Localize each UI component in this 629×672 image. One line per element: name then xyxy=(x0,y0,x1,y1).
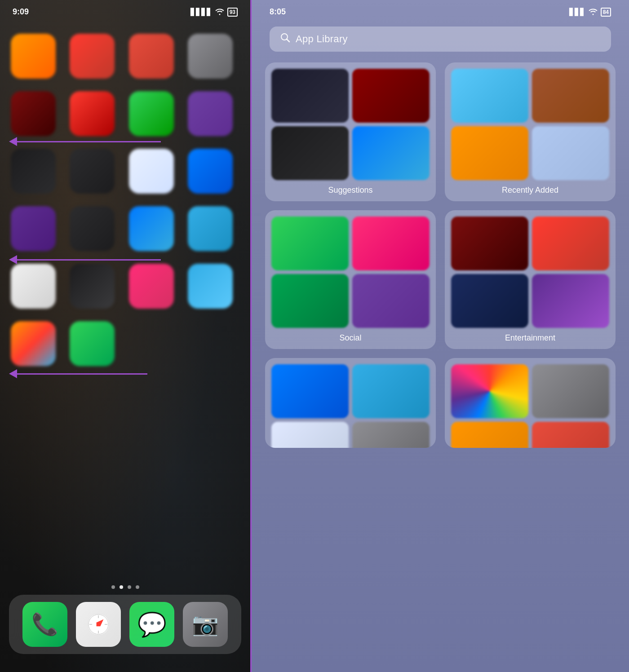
folder-app-icon xyxy=(352,69,430,123)
page-dot xyxy=(111,585,115,589)
folder-apps-suggestions xyxy=(271,69,430,180)
folder-app-icon xyxy=(271,217,349,270)
signal-icon: ▋▋▋▋ xyxy=(190,8,212,16)
app-library-search[interactable]: App Library xyxy=(270,27,611,52)
app-icon[interactable] xyxy=(70,264,115,309)
app-library-title: App Library xyxy=(296,33,348,45)
svg-line-9 xyxy=(287,39,289,42)
folder-app-icon xyxy=(532,126,609,180)
phone-glyph: 📞 xyxy=(31,612,58,637)
app-grid xyxy=(0,25,250,375)
folder-app-icon xyxy=(532,364,609,418)
right-panel: 8:05 ▋▋▋ 84 App Library xyxy=(252,0,629,672)
left-time: 9:09 xyxy=(13,7,29,17)
folder-label-suggestions: Suggestions xyxy=(271,186,430,195)
folder-app-icon xyxy=(352,217,430,270)
folder-app-icon xyxy=(271,274,349,328)
right-signal-icon: ▋▋▋ xyxy=(569,8,585,16)
folder-app-icon xyxy=(532,422,609,448)
app-icon[interactable] xyxy=(129,34,174,79)
folder-app-icon xyxy=(532,69,609,123)
folder-productivity[interactable]: Productivity xyxy=(445,358,616,448)
app-icon[interactable] xyxy=(188,206,233,251)
app-icon[interactable] xyxy=(11,149,56,194)
app-icon[interactable] xyxy=(129,149,174,194)
arrow-2 xyxy=(9,255,162,264)
messages-glyph: 💬 xyxy=(137,611,167,638)
app-icon[interactable] xyxy=(11,321,56,366)
folder-entertainment[interactable]: Entertainment xyxy=(445,210,616,349)
app-icon[interactable] xyxy=(70,321,115,366)
folder-suggestions[interactable]: Suggestions xyxy=(265,62,436,201)
arrow-line xyxy=(17,259,161,261)
arrow-line xyxy=(17,373,147,375)
app-icon[interactable] xyxy=(129,264,174,309)
arrow-head-icon xyxy=(9,369,17,378)
app-icon[interactable] xyxy=(70,34,115,79)
app-icon[interactable] xyxy=(129,91,174,136)
folder-app-icon xyxy=(271,126,349,180)
right-status-bar: 8:05 ▋▋▋ 84 xyxy=(252,0,629,20)
page-dot xyxy=(128,585,131,589)
folder-app-icon xyxy=(451,364,528,418)
folder-app-icon xyxy=(451,217,528,270)
arrow-3 xyxy=(9,369,148,378)
app-icon[interactable] xyxy=(70,91,115,136)
app-icon[interactable] xyxy=(129,206,174,251)
app-icon[interactable] xyxy=(188,264,233,309)
camera-glyph: 📷 xyxy=(192,612,219,637)
folder-recently-added[interactable]: Recently Added xyxy=(445,62,616,201)
left-panel: 9:09 ▋▋▋▋ 93 xyxy=(0,0,252,672)
arrow-head-icon xyxy=(9,255,17,264)
folder-app-icon xyxy=(352,126,430,180)
folder-app-icon xyxy=(451,126,528,180)
arrow-line xyxy=(17,141,161,142)
app-icon[interactable] xyxy=(11,264,56,309)
app-icon[interactable] xyxy=(11,91,56,136)
battery-indicator: 93 xyxy=(227,8,238,17)
app-icon[interactable] xyxy=(188,149,233,194)
right-wifi-icon xyxy=(588,7,598,17)
right-time: 8:05 xyxy=(270,7,286,17)
folder-app-icon xyxy=(451,274,528,328)
folder-app-icon xyxy=(352,364,430,418)
page-dots xyxy=(111,585,139,589)
folder-utilities[interactable]: Utilities xyxy=(265,358,436,448)
folder-social[interactable]: Social xyxy=(265,210,436,349)
folder-apps-utilities xyxy=(271,364,430,448)
app-icon[interactable] xyxy=(11,206,56,251)
folder-apps-social xyxy=(271,217,430,328)
folder-app-icon xyxy=(271,364,349,418)
page-dot xyxy=(136,585,139,589)
folder-app-icon xyxy=(352,274,430,328)
folder-app-icon xyxy=(352,422,430,448)
app-icon[interactable] xyxy=(188,34,233,79)
folder-app-icon xyxy=(271,69,349,123)
left-status-right: ▋▋▋▋ 93 xyxy=(190,7,238,17)
dock: 📞 💬 📷 xyxy=(9,595,241,654)
page-dot-active xyxy=(120,585,123,589)
dock-safari-icon[interactable] xyxy=(76,602,121,647)
folder-app-icon xyxy=(532,217,609,270)
arrow-1 xyxy=(9,137,162,146)
app-icon[interactable] xyxy=(70,149,115,194)
wifi-icon xyxy=(215,7,225,17)
right-status-right: ▋▋▋ 84 xyxy=(569,7,611,17)
folder-label-social: Social xyxy=(271,333,430,343)
left-status-bar: 9:09 ▋▋▋▋ 93 xyxy=(0,0,250,20)
app-icon[interactable] xyxy=(188,91,233,136)
dock-messages-icon[interactable]: 💬 xyxy=(129,602,174,647)
folder-label-recently-added: Recently Added xyxy=(451,186,609,195)
library-grid-row3: Utilities Productivity xyxy=(252,358,629,448)
folder-apps-productivity xyxy=(451,364,609,448)
app-icon[interactable] xyxy=(70,206,115,251)
dock-camera-icon[interactable]: 📷 xyxy=(183,602,228,647)
folder-app-icon xyxy=(451,69,528,123)
app-icon[interactable] xyxy=(11,34,56,79)
folder-app-icon xyxy=(532,274,609,328)
dock-phone-icon[interactable]: 📞 xyxy=(22,602,67,647)
search-icon xyxy=(280,33,290,45)
folder-label-entertainment: Entertainment xyxy=(451,333,609,343)
folder-app-icon xyxy=(451,422,528,448)
folder-app-icon xyxy=(271,422,349,448)
